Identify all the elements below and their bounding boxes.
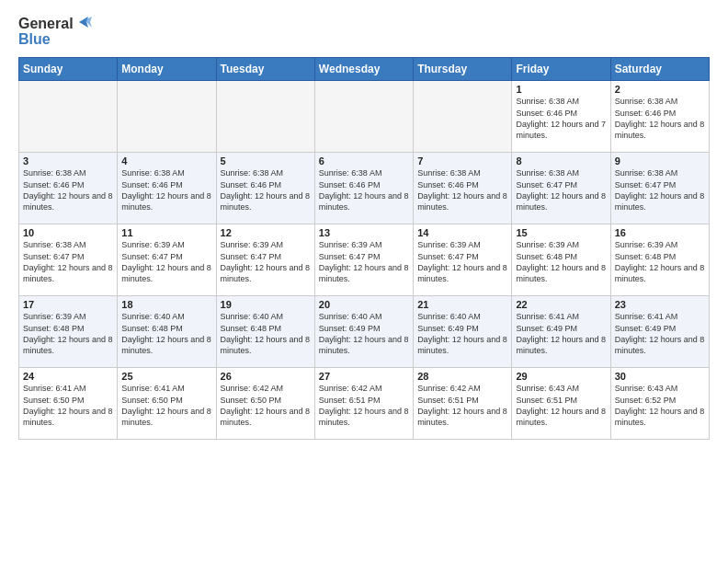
day-info: Sunrise: 6:42 AM Sunset: 6:50 PM Dayligh… — [221, 383, 311, 428]
calendar-week-row: 1Sunrise: 6:38 AM Sunset: 6:46 PM Daylig… — [19, 81, 710, 153]
logo-text-block: General Blue — [18, 15, 94, 48]
day-info: Sunrise: 6:38 AM Sunset: 6:46 PM Dayligh… — [615, 96, 705, 141]
calendar-cell: 23Sunrise: 6:41 AM Sunset: 6:49 PM Dayli… — [610, 296, 709, 368]
day-number: 12 — [221, 227, 311, 238]
day-info: Sunrise: 6:38 AM Sunset: 6:46 PM Dayligh… — [121, 167, 211, 213]
calendar-cell: 8Sunrise: 6:38 AM Sunset: 6:47 PM Daylig… — [512, 153, 610, 224]
calendar-cell: 2Sunrise: 6:38 AM Sunset: 6:46 PM Daylig… — [610, 81, 709, 153]
calendar-cell: 15Sunrise: 6:39 AM Sunset: 6:48 PM Dayli… — [512, 224, 610, 296]
day-number: 10 — [23, 227, 113, 238]
day-number: 6 — [319, 155, 409, 167]
day-info: Sunrise: 6:39 AM Sunset: 6:47 PM Dayligh… — [221, 239, 311, 284]
day-info: Sunrise: 6:38 AM Sunset: 6:46 PM Dayligh… — [417, 167, 507, 213]
day-number: 20 — [319, 299, 409, 310]
day-info: Sunrise: 6:39 AM Sunset: 6:48 PM Dayligh… — [23, 311, 113, 356]
calendar-cell: 3Sunrise: 6:38 AM Sunset: 6:46 PM Daylig… — [19, 153, 118, 224]
calendar-week-row: 3Sunrise: 6:38 AM Sunset: 6:46 PM Daylig… — [19, 153, 710, 224]
day-number: 22 — [516, 299, 606, 310]
day-number: 18 — [121, 299, 211, 310]
calendar-cell: 12Sunrise: 6:39 AM Sunset: 6:47 PM Dayli… — [216, 224, 314, 296]
day-info: Sunrise: 6:38 AM Sunset: 6:47 PM Dayligh… — [23, 239, 113, 284]
day-number: 15 — [516, 227, 606, 238]
calendar-cell — [118, 81, 216, 153]
calendar-week-row: 10Sunrise: 6:38 AM Sunset: 6:47 PM Dayli… — [19, 224, 710, 296]
day-info: Sunrise: 6:41 AM Sunset: 6:50 PM Dayligh… — [121, 383, 211, 428]
calendar-cell: 9Sunrise: 6:38 AM Sunset: 6:47 PM Daylig… — [610, 153, 709, 224]
day-info: Sunrise: 6:42 AM Sunset: 6:51 PM Dayligh… — [319, 383, 409, 428]
day-info: Sunrise: 6:41 AM Sunset: 6:49 PM Dayligh… — [516, 311, 606, 356]
calendar-cell: 1Sunrise: 6:38 AM Sunset: 6:46 PM Daylig… — [512, 81, 610, 153]
day-number: 8 — [516, 155, 606, 167]
day-number: 24 — [23, 371, 113, 382]
calendar-cell: 24Sunrise: 6:41 AM Sunset: 6:50 PM Dayli… — [19, 368, 118, 440]
day-info: Sunrise: 6:41 AM Sunset: 6:49 PM Dayligh… — [615, 311, 705, 356]
calendar-cell: 21Sunrise: 6:40 AM Sunset: 6:49 PM Dayli… — [414, 296, 512, 368]
calendar-cell: 20Sunrise: 6:40 AM Sunset: 6:49 PM Dayli… — [314, 296, 413, 368]
day-info: Sunrise: 6:40 AM Sunset: 6:48 PM Dayligh… — [221, 311, 311, 356]
day-info: Sunrise: 6:43 AM Sunset: 6:51 PM Dayligh… — [516, 383, 606, 428]
calendar-cell — [216, 81, 314, 153]
day-info: Sunrise: 6:38 AM Sunset: 6:47 PM Dayligh… — [615, 167, 705, 213]
day-number: 25 — [121, 371, 211, 382]
day-info: Sunrise: 6:38 AM Sunset: 6:46 PM Dayligh… — [23, 167, 113, 213]
calendar-cell: 16Sunrise: 6:39 AM Sunset: 6:48 PM Dayli… — [610, 224, 709, 296]
header: General Blue — [18, 15, 710, 48]
calendar-header-tuesday: Tuesday — [216, 58, 314, 81]
day-number: 13 — [319, 227, 409, 238]
day-number: 19 — [221, 299, 311, 310]
calendar-cell: 26Sunrise: 6:42 AM Sunset: 6:50 PM Dayli… — [216, 368, 314, 440]
day-info: Sunrise: 6:41 AM Sunset: 6:50 PM Dayligh… — [23, 383, 113, 428]
day-number: 28 — [417, 371, 507, 382]
calendar-header-sunday: Sunday — [19, 58, 118, 81]
day-info: Sunrise: 6:38 AM Sunset: 6:46 PM Dayligh… — [319, 167, 409, 213]
day-info: Sunrise: 6:40 AM Sunset: 6:49 PM Dayligh… — [319, 311, 409, 356]
calendar-cell: 28Sunrise: 6:42 AM Sunset: 6:51 PM Dayli… — [414, 368, 512, 440]
calendar-cell: 25Sunrise: 6:41 AM Sunset: 6:50 PM Dayli… — [118, 368, 216, 440]
calendar-header-row: SundayMondayTuesdayWednesdayThursdayFrid… — [19, 58, 710, 81]
calendar-cell: 6Sunrise: 6:38 AM Sunset: 6:46 PM Daylig… — [314, 153, 413, 224]
calendar-cell: 17Sunrise: 6:39 AM Sunset: 6:48 PM Dayli… — [19, 296, 118, 368]
calendar-cell: 19Sunrise: 6:40 AM Sunset: 6:48 PM Dayli… — [216, 296, 314, 368]
day-number: 17 — [23, 299, 113, 310]
day-number: 21 — [417, 299, 507, 310]
calendar-cell: 29Sunrise: 6:43 AM Sunset: 6:51 PM Dayli… — [512, 368, 610, 440]
calendar-cell: 30Sunrise: 6:43 AM Sunset: 6:52 PM Dayli… — [610, 368, 709, 440]
day-info: Sunrise: 6:40 AM Sunset: 6:49 PM Dayligh… — [417, 311, 507, 356]
day-info: Sunrise: 6:39 AM Sunset: 6:47 PM Dayligh… — [417, 239, 507, 284]
day-number: 2 — [615, 84, 705, 95]
calendar-cell: 22Sunrise: 6:41 AM Sunset: 6:49 PM Dayli… — [512, 296, 610, 368]
day-number: 5 — [221, 155, 311, 167]
calendar-cell: 7Sunrise: 6:38 AM Sunset: 6:46 PM Daylig… — [414, 153, 512, 224]
calendar-cell: 5Sunrise: 6:38 AM Sunset: 6:46 PM Daylig… — [216, 153, 314, 224]
calendar-week-row: 17Sunrise: 6:39 AM Sunset: 6:48 PM Dayli… — [19, 296, 710, 368]
day-number: 9 — [615, 155, 705, 167]
day-info: Sunrise: 6:38 AM Sunset: 6:46 PM Dayligh… — [221, 167, 311, 213]
day-number: 7 — [417, 155, 507, 167]
day-number: 23 — [615, 299, 705, 310]
day-info: Sunrise: 6:38 AM Sunset: 6:47 PM Dayligh… — [516, 167, 606, 213]
day-info: Sunrise: 6:38 AM Sunset: 6:46 PM Dayligh… — [516, 96, 606, 141]
day-number: 11 — [121, 227, 211, 238]
day-number: 29 — [516, 371, 606, 382]
day-number: 30 — [615, 371, 705, 382]
day-info: Sunrise: 6:39 AM Sunset: 6:47 PM Dayligh… — [319, 239, 409, 284]
calendar-header-wednesday: Wednesday — [314, 58, 413, 81]
calendar-cell: 13Sunrise: 6:39 AM Sunset: 6:47 PM Dayli… — [314, 224, 413, 296]
day-info: Sunrise: 6:42 AM Sunset: 6:51 PM Dayligh… — [417, 383, 507, 428]
calendar-header-monday: Monday — [118, 58, 216, 81]
day-number: 1 — [516, 84, 606, 95]
day-info: Sunrise: 6:39 AM Sunset: 6:48 PM Dayligh… — [516, 239, 606, 284]
page: General Blue SundayMondayTuesdayWednesda… — [0, 0, 728, 563]
calendar-cell — [19, 81, 118, 153]
calendar-table: SundayMondayTuesdayWednesdayThursdayFrid… — [18, 57, 710, 440]
day-number: 3 — [23, 155, 113, 167]
day-info: Sunrise: 6:40 AM Sunset: 6:48 PM Dayligh… — [121, 311, 211, 356]
day-number: 4 — [121, 155, 211, 167]
calendar-cell: 18Sunrise: 6:40 AM Sunset: 6:48 PM Dayli… — [118, 296, 216, 368]
calendar-cell: 10Sunrise: 6:38 AM Sunset: 6:47 PM Dayli… — [19, 224, 118, 296]
calendar-cell: 27Sunrise: 6:42 AM Sunset: 6:51 PM Dayli… — [314, 368, 413, 440]
calendar-header-saturday: Saturday — [610, 58, 709, 81]
day-info: Sunrise: 6:39 AM Sunset: 6:48 PM Dayligh… — [615, 239, 705, 284]
day-number: 26 — [221, 371, 311, 382]
logo-blue-text: Blue — [18, 30, 94, 48]
